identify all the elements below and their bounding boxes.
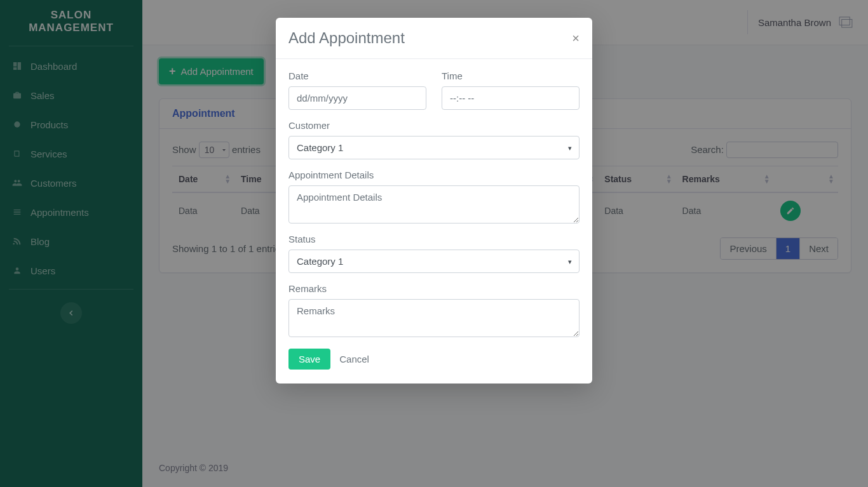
label-customer: Customer bbox=[288, 120, 580, 131]
modal-overlay[interactable]: Add Appointment × Date Time Customer bbox=[0, 0, 868, 487]
modal-actions: Save Cancel bbox=[288, 349, 580, 370]
modal-body: Date Time Customer Category 1 bbox=[276, 59, 592, 384]
label-details: Appointment Details bbox=[288, 170, 580, 180]
app-root: SALON MANAGEMENT Dashboard Sales Product… bbox=[0, 0, 868, 487]
customer-select[interactable]: Category 1 bbox=[288, 136, 580, 159]
time-field[interactable] bbox=[442, 86, 580, 110]
label-date: Date bbox=[288, 70, 426, 81]
label-status: Status bbox=[288, 234, 580, 244]
save-button[interactable]: Save bbox=[288, 349, 330, 370]
details-field[interactable] bbox=[288, 185, 580, 223]
label-remarks: Remarks bbox=[288, 283, 580, 294]
remarks-field[interactable] bbox=[288, 299, 580, 337]
modal-header: Add Appointment × bbox=[276, 18, 592, 59]
cancel-button[interactable]: Cancel bbox=[339, 354, 369, 364]
add-appointment-modal: Add Appointment × Date Time Customer bbox=[276, 18, 592, 384]
date-field[interactable] bbox=[288, 86, 426, 110]
label-time: Time bbox=[442, 70, 580, 81]
status-select[interactable]: Category 1 bbox=[288, 250, 580, 273]
close-icon[interactable]: × bbox=[572, 31, 580, 46]
modal-title: Add Appointment bbox=[288, 29, 405, 47]
